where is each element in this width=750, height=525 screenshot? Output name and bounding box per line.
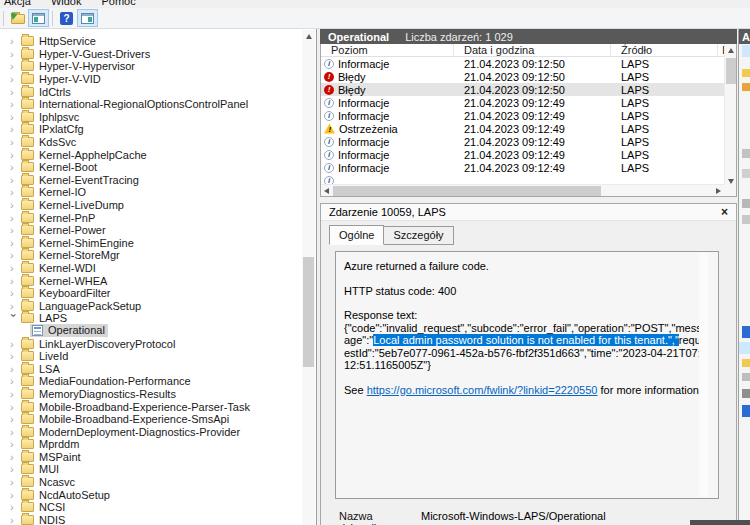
scrollbar-thumb[interactable] bbox=[333, 186, 601, 196]
chevron-right-icon[interactable] bbox=[10, 339, 21, 349]
chevron-right-icon[interactable] bbox=[10, 87, 21, 97]
chevron-right-icon[interactable] bbox=[10, 175, 21, 185]
chevron-right-icon[interactable] bbox=[10, 364, 21, 374]
chevron-right-icon[interactable] bbox=[10, 276, 21, 286]
chevron-right-icon[interactable] bbox=[10, 263, 21, 273]
chevron-right-icon[interactable] bbox=[10, 200, 21, 210]
menu-widok[interactable]: Widok bbox=[51, 0, 82, 7]
chevron-right-icon[interactable] bbox=[10, 452, 21, 462]
scrollbar-thumb[interactable] bbox=[303, 257, 314, 367]
chevron-right-icon[interactable] bbox=[10, 439, 21, 449]
chevron-right-icon[interactable] bbox=[10, 238, 21, 248]
event-message-box[interactable]: Azure returned a failure code. HTTP stat… bbox=[335, 251, 719, 499]
tree-item[interactable]: KeyboardFilter bbox=[0, 287, 316, 300]
tree-item[interactable]: NcdAutoSetup bbox=[0, 488, 316, 501]
tree-item[interactable]: KdsSvc bbox=[0, 136, 316, 149]
tree-item[interactable]: Kernel-LiveDump bbox=[0, 199, 316, 212]
tree-item[interactable]: Hyper-V-Guest-Drivers bbox=[0, 48, 316, 61]
event-row[interactable]: Informacje 21.04.2023 09:12:49 LAPS bbox=[321, 109, 736, 122]
tree-item[interactable]: Kernel-ShimEngine bbox=[0, 237, 316, 250]
scrollbar-thumb[interactable] bbox=[726, 58, 736, 84]
chevron-right-icon[interactable] bbox=[10, 112, 21, 122]
chevron-right-icon[interactable] bbox=[10, 225, 21, 235]
chevron-right-icon[interactable] bbox=[10, 162, 21, 172]
tree-item[interactable]: International-RegionalOptionsControlPane… bbox=[0, 98, 316, 111]
tree-item[interactable]: Hyper-V-VID bbox=[0, 73, 316, 86]
tree-item[interactable]: Ncasvc bbox=[0, 476, 316, 489]
tree-item[interactable]: LSA bbox=[0, 362, 316, 375]
event-row[interactable]: Informacje 21.04.2023 09:12:50 LAPS bbox=[321, 57, 736, 70]
chevron-right-icon[interactable] bbox=[10, 150, 21, 160]
column-datetime[interactable]: Data i godzina bbox=[454, 44, 611, 56]
tree-item[interactable]: Kernel-PnP bbox=[0, 211, 316, 224]
tree-item[interactable]: IPxlatCfg bbox=[0, 123, 316, 136]
actions-pane-clipped[interactable]: Akcje bbox=[738, 29, 750, 525]
export-folder-button[interactable] bbox=[7, 9, 28, 27]
chevron-right-icon[interactable] bbox=[10, 376, 21, 386]
help-button[interactable] bbox=[56, 9, 77, 27]
chevron-right-icon[interactable] bbox=[10, 61, 21, 71]
chevron-right-icon[interactable] bbox=[10, 36, 21, 46]
tree-item[interactable]: Hyper-V-Hypervisor bbox=[0, 60, 316, 73]
column-level[interactable]: Poziom bbox=[321, 44, 454, 56]
scroll-up-icon[interactable] bbox=[306, 34, 312, 39]
chevron-right-icon[interactable] bbox=[10, 389, 21, 399]
tree-item[interactable]: Iphlpsvc bbox=[0, 111, 316, 124]
event-row[interactable]: Informacje 21.04.2023 09:12:49 LAPS bbox=[321, 135, 736, 148]
chevron-right-icon[interactable] bbox=[10, 427, 21, 437]
tree-item[interactable]: Kernel-WDI bbox=[0, 262, 316, 275]
scroll-up-icon[interactable] bbox=[728, 48, 734, 53]
event-row[interactable]: Informacje 21.04.2023 09:12:49 LAPS bbox=[321, 148, 736, 161]
chevron-right-icon[interactable] bbox=[10, 124, 21, 134]
menu-pomoc[interactable]: Pomoc bbox=[101, 0, 135, 7]
scroll-right-icon[interactable] bbox=[716, 188, 721, 194]
chevron-down-icon[interactable] bbox=[9, 314, 19, 325]
tree-item[interactable]: LiveId bbox=[0, 350, 316, 363]
tree-item[interactable]: MediaFoundation-Performance bbox=[0, 375, 316, 388]
chevron-right-icon[interactable] bbox=[10, 490, 21, 500]
tree-item[interactable]: MSPaint bbox=[0, 451, 316, 464]
show-console-tree-button[interactable] bbox=[28, 9, 49, 27]
tree-item[interactable]: LanguagePackSetup bbox=[0, 299, 316, 312]
chevron-right-icon[interactable] bbox=[10, 351, 21, 361]
chevron-right-icon[interactable] bbox=[10, 250, 21, 260]
chevron-right-icon[interactable] bbox=[10, 288, 21, 298]
chevron-right-icon[interactable] bbox=[10, 414, 21, 424]
chevron-right-icon[interactable] bbox=[10, 477, 21, 487]
event-row[interactable]: Informacje 21.04.2023 09:12:49 LAPS bbox=[321, 161, 736, 174]
tree-item[interactable]: Mobile-Broadband-Experience-Parser-Task bbox=[0, 400, 316, 413]
event-row-selected[interactable]: Błędy 21.04.2023 09:12:50 LAPS bbox=[321, 83, 736, 96]
tree-item[interactable]: Kernel-EventTracing bbox=[0, 174, 316, 187]
show-action-pane-button[interactable] bbox=[77, 9, 98, 27]
tree-item-laps[interactable]: LAPS bbox=[0, 312, 316, 325]
tree-item[interactable]: NCSI bbox=[0, 501, 316, 514]
events-vertical-scrollbar[interactable] bbox=[724, 44, 736, 184]
event-row[interactable]: Informacje 21.04.2023 09:12:49 LAPS bbox=[321, 96, 736, 109]
chevron-right-icon[interactable] bbox=[10, 301, 21, 311]
tree-item[interactable]: ModernDeployment-Diagnostics-Provider bbox=[0, 425, 316, 438]
tree-item[interactable]: HttpService bbox=[0, 35, 316, 48]
tab-general[interactable]: Ogólne bbox=[329, 225, 384, 245]
tree-item-operational-selected[interactable]: Operational bbox=[0, 325, 316, 338]
chevron-right-icon[interactable] bbox=[10, 49, 21, 59]
scroll-left-icon[interactable] bbox=[324, 188, 329, 194]
chevron-right-icon[interactable] bbox=[10, 402, 21, 412]
tree-item[interactable]: Kernel-Power bbox=[0, 224, 316, 237]
tree-item[interactable]: MemoryDiagnostics-Results bbox=[0, 388, 316, 401]
events-horizontal-scrollbar[interactable] bbox=[321, 184, 724, 196]
chevron-right-icon[interactable] bbox=[10, 99, 21, 109]
tree-item[interactable]: NDIS bbox=[0, 514, 316, 525]
chevron-right-icon[interactable] bbox=[10, 74, 21, 84]
fwlink[interactable]: https://go.microsoft.com/fwlink/?linkid=… bbox=[367, 384, 598, 396]
chevron-right-icon[interactable] bbox=[10, 187, 21, 197]
chevron-right-icon[interactable] bbox=[10, 137, 21, 147]
event-row[interactable]: Błędy 21.04.2023 09:12:50 LAPS bbox=[321, 70, 736, 83]
tab-details[interactable]: Szczegóły bbox=[384, 226, 453, 245]
tree-scrollbar[interactable] bbox=[302, 30, 315, 525]
chevron-right-icon[interactable] bbox=[10, 213, 21, 223]
chevron-right-icon[interactable] bbox=[10, 464, 21, 474]
tree-item[interactable]: IdCtrls bbox=[0, 85, 316, 98]
tree-item[interactable]: Kernel-StoreMgr bbox=[0, 249, 316, 262]
tree-item[interactable]: Kernel-Boot bbox=[0, 161, 316, 174]
tree-item[interactable]: Kernel-WHEA bbox=[0, 274, 316, 287]
